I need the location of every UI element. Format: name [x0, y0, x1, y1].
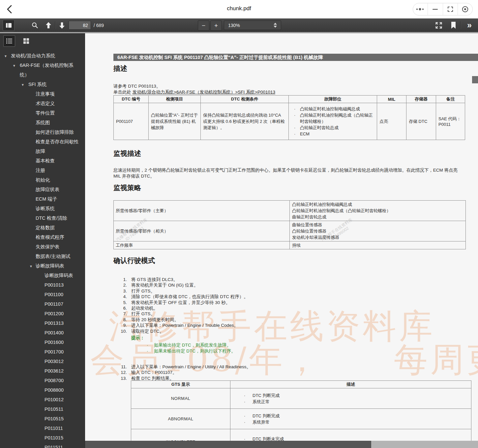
horizontal-scrollbar-thumb[interactable]	[85, 441, 371, 448]
home-circle-button[interactable]	[458, 3, 472, 15]
outline-item[interactable]: P008800	[0, 385, 85, 395]
outline-item[interactable]: P001400	[0, 328, 85, 338]
search-button[interactable]	[31, 21, 39, 29]
gts-display-cell: ABNORMAL	[131, 409, 230, 429]
monitor-desc-line: MIL 并存储该 DTC。	[113, 173, 458, 179]
window-controls-capsule	[413, 3, 473, 15]
outline-item[interactable]: ▼SFI 系统	[0, 80, 85, 89]
collapse-arrow-icon[interactable]: ▼	[13, 61, 16, 70]
outline-item-label: P011015	[45, 433, 82, 443]
step-text: 等待 20 秒或更长时间。	[131, 317, 179, 322]
procedure-step: 3.打开 GTS。	[108, 288, 248, 294]
outline-item[interactable]: 检查是否存在间歇性故障	[0, 137, 85, 156]
step-number: 4.	[108, 294, 127, 299]
outline-item[interactable]: P001700	[0, 347, 85, 357]
strategy-table-body: 所需传感器/零部件（主要）凸轮轴正时机油控制电磁阀总成凸轮轴正时机油控制阀总成（…	[114, 201, 466, 249]
outline-list-icon	[6, 38, 13, 44]
outline-item-label: 检查模式程序	[36, 233, 82, 242]
outline-item[interactable]: P008700	[0, 376, 85, 385]
outline-item[interactable]: P001107	[0, 299, 85, 309]
outline-item[interactable]: P003612	[0, 366, 85, 376]
fullscreen-button[interactable]	[434, 21, 443, 30]
next-page-button[interactable]	[58, 21, 66, 29]
outline-item[interactable]: ▼6AR-FSE（发动机控制系统）	[0, 61, 85, 80]
outline-item[interactable]: 数据表/主动测试	[0, 252, 85, 261]
outline-item-label: 诊断故障码表	[36, 261, 82, 271]
dtc-table-header-cell: 检测项目	[149, 96, 201, 103]
outline-item-label: 失效保护表	[36, 242, 82, 252]
outline-item[interactable]: P010012	[0, 395, 85, 405]
strategy-value: 凸轮轴正时机油控制阀总成（凸轮轴正时齿轮螺栓）	[292, 208, 463, 214]
outline-item[interactable]: 注意事项	[0, 89, 85, 99]
zoom-in-button[interactable]: +	[210, 20, 222, 31]
gts-result-table: GTS 显示描述 NORMALDTC 判断完成系统正常ABNORMALDTC 判…	[131, 380, 471, 448]
outline-item[interactable]: 检查模式程序	[0, 233, 85, 242]
outline-item-label: P001313	[45, 319, 82, 328]
more-tools-button[interactable]: »	[463, 19, 476, 31]
monitor-description-paragraph: 怠速运转期间，2 个锁销将凸轮轴正时齿轮锁止在可变气门正时工作范围的中心。如果某…	[113, 167, 458, 179]
outline-item[interactable]: 系统图	[0, 118, 85, 127]
outline-item[interactable]: P011015	[0, 433, 85, 443]
collapse-arrow-icon[interactable]: ▼	[4, 51, 7, 61]
outline-item[interactable]: P001013	[0, 280, 85, 290]
outline-view-button[interactable]	[3, 35, 15, 47]
outline-item[interactable]: ECM 端子	[0, 194, 85, 204]
outline-item[interactable]: 定格数据	[0, 223, 85, 233]
outline-item[interactable]: P003012	[0, 357, 85, 366]
thumbnails-grid-icon	[23, 38, 29, 44]
outline-item[interactable]: 零件位置	[0, 108, 85, 118]
toolbar-divider	[460, 21, 461, 29]
vertical-scrollbar-thumb[interactable]	[472, 76, 478, 83]
outline-item[interactable]: P010511	[0, 405, 85, 414]
page-number-input[interactable]	[69, 21, 91, 30]
restore-button[interactable]	[443, 3, 458, 15]
fault-part-item: 凸轮轴正时机油控制电磁阀总成	[291, 106, 374, 112]
outline-item[interactable]: 故障症状表	[0, 185, 85, 194]
outline-item[interactable]: DTC 检查/清除	[0, 213, 85, 223]
horizontal-scrollbar[interactable]	[85, 441, 478, 448]
bookmark-button[interactable]	[450, 21, 457, 29]
previous-page-button[interactable]	[45, 21, 52, 29]
outline-item[interactable]: P001200	[0, 309, 85, 319]
thumbnail-view-button[interactable]	[20, 36, 32, 46]
sidebar-view-buttons	[0, 33, 85, 48]
outline-item[interactable]: 基本检查	[0, 156, 85, 166]
doc-section-banner: 6AR-FSE 发动机控制 SFI 系统 P001107 凸轮轴位置“A”- 正…	[113, 54, 478, 61]
dtc-table-header-cell: DTC 编号	[114, 96, 149, 103]
collapse-arrow-icon[interactable]: ▼	[21, 80, 24, 90]
document-viewport: 汽修帮手在线资料库 会员108/年， 每周更新车型 汽修帮手在线资料库 ID:7…	[85, 33, 478, 448]
outline-item[interactable]: 术语定义	[0, 99, 85, 108]
step-text: 进入以下菜单：Powertrain / Engine / Utility / A…	[131, 364, 251, 370]
outline-item[interactable]: 失效保护表	[0, 242, 85, 252]
zoom-out-button[interactable]: −	[198, 20, 209, 31]
outline-item[interactable]: 诊断故障码表	[0, 271, 85, 280]
step-number: 3.	[108, 288, 127, 294]
outline-item[interactable]: 注册	[0, 166, 85, 175]
outline-item[interactable]: P011511	[0, 443, 85, 448]
outline-item[interactable]: 诊断系统	[0, 204, 85, 213]
outline-item[interactable]: ▼诊断故障码表	[0, 261, 85, 271]
dtc-reference-link[interactable]: 发动机/混合动力系统>6AR-FSE（发动机控制系统）>SFI 系统>P0010…	[133, 90, 275, 95]
outline-item[interactable]: P001313	[0, 319, 85, 328]
heading-description: 描述	[113, 64, 127, 73]
outline-item[interactable]: P001100	[0, 290, 85, 299]
outline-item-label: 发动机/混合动力系统	[11, 51, 82, 61]
outline-item-label: P001013	[45, 280, 82, 290]
outline-item[interactable]: P001600	[0, 338, 85, 347]
step-number: 6.	[108, 305, 127, 311]
outline-item[interactable]: P010515	[0, 414, 85, 424]
outline-item[interactable]: 初始化	[0, 175, 85, 185]
outline-item-label: P011511	[45, 443, 82, 448]
outline-item[interactable]: ▼发动机/混合动力系统	[0, 51, 85, 61]
step-number: 8.	[108, 317, 127, 322]
toggle-sidebar-button[interactable]	[3, 20, 15, 31]
outline-item-label: P001107	[45, 299, 82, 309]
more-options-button[interactable]	[413, 3, 428, 15]
zoom-level-select[interactable]: 130%	[224, 20, 281, 30]
procedure-step: 8.等待 20 秒或更长时间。	[108, 317, 248, 322]
collapse-arrow-icon[interactable]: ▼	[29, 262, 33, 271]
minimize-button[interactable]	[428, 3, 442, 15]
outline-item[interactable]: 如何进行故障排除	[0, 127, 85, 137]
outline-item[interactable]: P011011	[0, 424, 85, 433]
strategy-label-cell: 工作频率	[114, 241, 290, 249]
